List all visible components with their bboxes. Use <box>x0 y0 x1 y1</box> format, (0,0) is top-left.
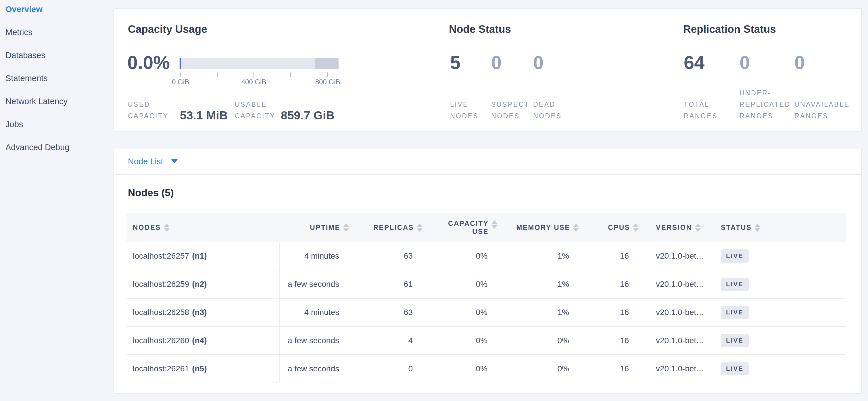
dead-nodes-label: DEAD NODES <box>533 99 569 122</box>
cell-status: LIVE <box>711 242 846 270</box>
live-nodes-count: 5 <box>450 52 460 74</box>
column-header-cpus[interactable]: CPUS <box>582 213 642 241</box>
node-address: localhost:26260 <box>133 336 189 345</box>
used-capacity-label: USED CAPACITY <box>128 99 178 122</box>
column-header-nodes[interactable]: NODES <box>126 213 279 241</box>
table-row[interactable]: localhost:26261(n5)a few seconds00%0%16v… <box>126 355 846 383</box>
status-badge: LIVE <box>721 334 749 347</box>
cell-capacity-use: 0% <box>426 355 501 382</box>
table-row[interactable]: localhost:26257(n1)4 minutes630%1%16v20.… <box>126 242 846 270</box>
cell-replicas: 61 <box>352 270 426 298</box>
cell-memory-use: 1% <box>501 270 582 298</box>
column-header-replicas[interactable]: REPLICAS <box>352 213 426 241</box>
sidebar-item-advanced-debug[interactable]: Advanced Debug <box>5 142 109 165</box>
sort-icon <box>633 224 639 232</box>
column-header-version[interactable]: VERSION <box>642 213 711 241</box>
cell-uptime: a few seconds <box>279 270 352 298</box>
node-address: localhost:26261 <box>133 364 189 373</box>
cell-version: v20.1.0-bet… <box>642 355 711 382</box>
live-nodes-label: LIVE NODES <box>450 99 486 122</box>
axis-tick <box>327 73 328 77</box>
table-row[interactable]: localhost:26259(n2)a few seconds610%1%16… <box>126 270 846 298</box>
cell-cpus: 16 <box>582 298 642 326</box>
cockroachdb-overview-page: Overview Metrics Databases Statements Ne… <box>0 0 868 401</box>
node-list-dropdown[interactable]: Node List <box>114 148 861 175</box>
axis-tick <box>217 73 218 77</box>
sidebar-item-label: Jobs <box>5 119 23 130</box>
sidebar-item-overview[interactable]: Overview <box>5 4 109 27</box>
sidebar-item-label: Network Latency <box>5 96 67 107</box>
sidebar-nav: Overview Metrics Databases Statements Ne… <box>5 4 109 165</box>
capacity-percent: 0.0% <box>127 52 170 74</box>
axis-tick-label: 800 GiB <box>315 78 340 86</box>
axis-tick <box>180 73 181 77</box>
capacity-usage-title: Capacity Usage <box>128 23 207 35</box>
sort-icon <box>754 224 760 232</box>
sidebar-item-label: Databases <box>5 50 45 60</box>
node-address: localhost:26259 <box>133 280 189 289</box>
sort-icon <box>343 224 349 232</box>
sidebar-item-label: Overview <box>5 4 42 15</box>
column-header-status[interactable]: STATUS <box>711 213 846 241</box>
cell-replicas: 63 <box>352 298 426 326</box>
status-badge: LIVE <box>721 278 749 291</box>
column-header-uptime[interactable]: UPTIME <box>279 213 352 241</box>
cell-version: v20.1.0-bet… <box>642 270 711 298</box>
node-id: (n5) <box>192 364 207 373</box>
cell-replicas: 4 <box>352 327 426 354</box>
axis-tick <box>290 73 291 77</box>
column-divider <box>279 242 280 383</box>
sidebar-item-network-latency[interactable]: Network Latency <box>5 96 109 119</box>
node-list-dropdown-label: Node List <box>128 157 163 166</box>
cell-node-name[interactable]: localhost:26259(n2) <box>126 270 279 298</box>
sidebar-item-statements[interactable]: Statements <box>5 73 109 96</box>
cell-replicas: 0 <box>352 355 426 382</box>
capacity-bar-used-marker <box>180 58 181 69</box>
cell-cpus: 16 <box>582 355 642 382</box>
nodes-table-header: NODES UPTIME REPLICAS CAPACITY USE MEMOR… <box>126 213 846 242</box>
usable-capacity-label: USABLE CAPACITY <box>235 99 285 122</box>
node-list-card: Node List Nodes (5) NODES UPTIME REPLICA… <box>114 148 862 394</box>
cell-uptime: 4 minutes <box>279 298 352 326</box>
cell-node-name[interactable]: localhost:26258(n3) <box>126 298 279 326</box>
sort-icon <box>492 220 497 229</box>
cell-status: LIVE <box>711 355 846 382</box>
table-row[interactable]: localhost:26260(n4)a few seconds40%0%16v… <box>126 327 846 355</box>
cell-node-name[interactable]: localhost:26261(n5) <box>126 355 279 382</box>
node-address: localhost:26258 <box>133 308 189 317</box>
sort-icon <box>573 224 579 232</box>
cell-node-name[interactable]: localhost:26260(n4) <box>126 327 279 354</box>
sidebar-item-jobs[interactable]: Jobs <box>5 119 109 142</box>
cell-uptime: a few seconds <box>279 327 352 354</box>
status-badge: LIVE <box>721 362 749 375</box>
cell-node-name[interactable]: localhost:26257(n1) <box>126 242 279 270</box>
nodes-heading: Nodes (5) <box>128 187 174 199</box>
node-status-title: Node Status <box>449 23 511 35</box>
chevron-down-icon <box>171 160 178 163</box>
cell-memory-use: 0% <box>501 327 582 354</box>
capacity-usage-bar: 0 GiB 400 GiB 800 GiB <box>179 57 339 96</box>
cell-capacity-use: 0% <box>426 298 501 326</box>
cell-status: LIVE <box>711 270 846 298</box>
sidebar-item-databases[interactable]: Databases <box>5 50 109 73</box>
total-ranges-label: TOTAL RANGES <box>684 99 724 122</box>
unavailable-ranges-count: 0 <box>795 52 805 74</box>
cell-memory-use: 1% <box>501 242 582 270</box>
cluster-summary-card: Capacity Usage 0.0% 0 GiB 400 GiB 800 Gi… <box>114 8 862 132</box>
axis-tick <box>253 73 254 77</box>
node-id: (n3) <box>192 308 207 317</box>
cell-uptime: 4 minutes <box>279 242 352 270</box>
column-header-capacity-use[interactable]: CAPACITY USE <box>426 213 501 241</box>
axis-tick-label: 0 GiB <box>172 78 189 86</box>
used-capacity-value: 53.1 MiB <box>180 109 228 122</box>
nodes-table: NODES UPTIME REPLICAS CAPACITY USE MEMOR… <box>126 213 846 383</box>
sidebar-item-label: Statements <box>5 73 48 83</box>
table-row[interactable]: localhost:26258(n3)4 minutes630%1%16v20.… <box>126 298 846 327</box>
replication-status-title: Replication Status <box>683 23 776 35</box>
usable-capacity-value: 859.7 GiB <box>281 109 335 122</box>
axis-tick-label: 400 GiB <box>242 78 267 86</box>
sidebar-item-metrics[interactable]: Metrics <box>5 27 109 50</box>
column-header-memory-use[interactable]: MEMORY USE <box>501 213 582 241</box>
cell-uptime: a few seconds <box>279 355 352 382</box>
node-id: (n4) <box>192 336 207 345</box>
